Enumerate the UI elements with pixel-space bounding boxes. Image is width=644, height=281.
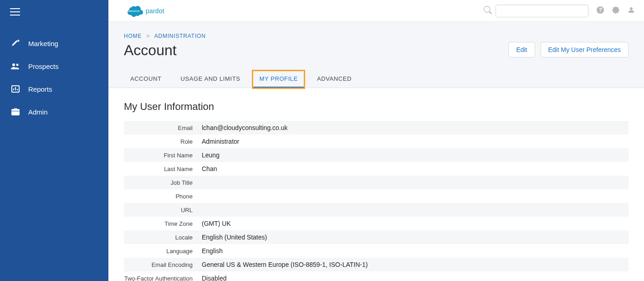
tabs: ACCOUNT USAGE AND LIMITS MY PROFILE ADVA… [108, 71, 644, 88]
sidebar-nav: Marketing Prospects Reports Admin [0, 24, 108, 123]
breadcrumb-home[interactable]: HOME [124, 33, 142, 39]
svg-text:salesforce: salesforce [127, 10, 140, 12]
info-label: Language [124, 248, 197, 255]
info-label: Email [124, 125, 197, 131]
gear-icon[interactable] [612, 6, 619, 15]
search-input[interactable] [496, 5, 588, 17]
sidebar-item-prospects[interactable]: Prospects [0, 55, 108, 78]
user-info-table: Emaillchan@cloudyconsulting.co.uk RoleAd… [124, 121, 629, 281]
logo[interactable]: salesforce pardot [124, 5, 164, 17]
chart-icon [10, 84, 21, 94]
breadcrumb-section[interactable]: ADMINISTRATION [154, 33, 206, 39]
tab-usage-and-limits[interactable]: USAGE AND LIMITS [174, 71, 246, 88]
sidebar-item-label: Prospects [28, 62, 59, 70]
svg-point-1 [16, 64, 19, 66]
edit-button[interactable]: Edit [508, 42, 535, 57]
sidebar-item-reports[interactable]: Reports [0, 78, 108, 100]
info-value: Disabled [197, 275, 226, 281]
sidebar: Marketing Prospects Reports Admin [0, 0, 108, 281]
info-row-email: Emaillchan@cloudyconsulting.co.uk [124, 121, 629, 135]
help-icon[interactable] [597, 6, 604, 15]
page-title: Account [124, 42, 177, 59]
svg-point-0 [12, 63, 15, 66]
sidebar-item-label: Reports [28, 85, 52, 93]
info-row-two-factor: Two-Factor AuthenticationDisabled [124, 271, 629, 281]
edit-preferences-button[interactable]: Edit My User Preferences [541, 42, 629, 57]
sidebar-item-marketing[interactable]: Marketing [0, 32, 108, 55]
header: salesforce pardot [108, 0, 644, 22]
tab-account[interactable]: ACCOUNT [124, 71, 168, 88]
sidebar-item-admin[interactable]: Admin [0, 100, 108, 123]
info-row-language: LanguageEnglish [124, 244, 629, 258]
info-label: Time Zone [124, 220, 197, 227]
info-value: Leung [197, 151, 220, 159]
info-value: General US & Western Europe (ISO-8859-1,… [197, 261, 368, 268]
info-value: (GMT) UK [197, 220, 231, 227]
info-label: URL [124, 207, 197, 213]
briefcase-icon [10, 107, 21, 116]
search-icon[interactable] [484, 6, 492, 16]
info-row-locale: LocaleEnglish (United States) [124, 230, 629, 244]
hamburger-icon[interactable] [10, 8, 20, 16]
info-row-url: URL [124, 203, 629, 217]
info-value: Chan [197, 165, 217, 172]
info-row-time-zone: Time Zone(GMT) UK [124, 217, 629, 230]
info-label: Phone [124, 193, 197, 200]
people-icon [10, 62, 21, 71]
info-value: Administrator [197, 138, 239, 145]
info-label: Role [124, 138, 197, 145]
info-label: Two-Factor Authentication [124, 275, 197, 281]
sidebar-item-label: Marketing [28, 40, 58, 47]
tab-my-profile[interactable]: MY PROFILE [253, 71, 304, 88]
info-label: Job Title [124, 179, 197, 186]
sidebar-item-label: Admin [28, 108, 48, 116]
info-row-job-title: Job Title [124, 176, 629, 189]
wand-icon [10, 39, 21, 48]
info-label: First Name [124, 152, 197, 159]
info-value: English [197, 247, 223, 255]
info-label: Locale [124, 234, 197, 241]
section-title: My User Information [124, 101, 629, 113]
info-row-last-name: Last NameChan [124, 162, 629, 176]
info-label: Last Name [124, 166, 197, 172]
info-row-role: RoleAdministrator [124, 135, 629, 148]
info-label: Email Encoding [124, 261, 197, 268]
info-value: lchan@cloudyconsulting.co.uk [197, 124, 288, 131]
user-icon[interactable] [628, 6, 635, 15]
info-row-first-name: First NameLeung [124, 148, 629, 162]
tab-advanced[interactable]: ADVANCED [311, 71, 358, 88]
info-value: English (United States) [197, 234, 267, 241]
info-row-email-encoding: Email EncodingGeneral US & Western Europ… [124, 258, 629, 271]
brand-product: pardot [146, 7, 164, 15]
salesforce-cloud-icon: salesforce [124, 5, 143, 17]
breadcrumb-separator: > [146, 33, 150, 39]
breadcrumb: HOME > ADMINISTRATION [124, 33, 629, 39]
info-row-phone: Phone [124, 189, 629, 203]
